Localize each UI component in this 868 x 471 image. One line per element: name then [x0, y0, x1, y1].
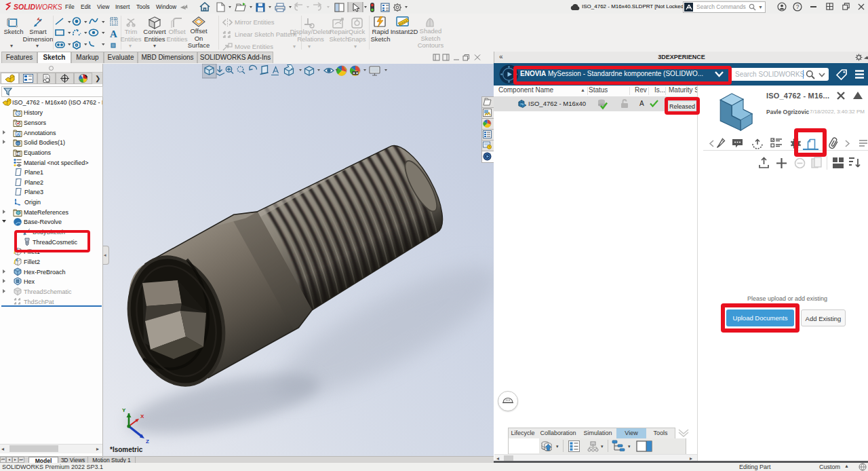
svg-text:X: X	[140, 413, 144, 419]
svg-text:Σ: Σ	[16, 151, 19, 156]
svg-text:?: ?	[796, 3, 800, 10]
svg-text:Z: Z	[146, 438, 149, 445]
svg-text:SOLIDWORKS: SOLIDWORKS	[14, 3, 62, 11]
svg-text:Y: Y	[122, 407, 126, 413]
svg-text:A: A	[17, 132, 20, 136]
